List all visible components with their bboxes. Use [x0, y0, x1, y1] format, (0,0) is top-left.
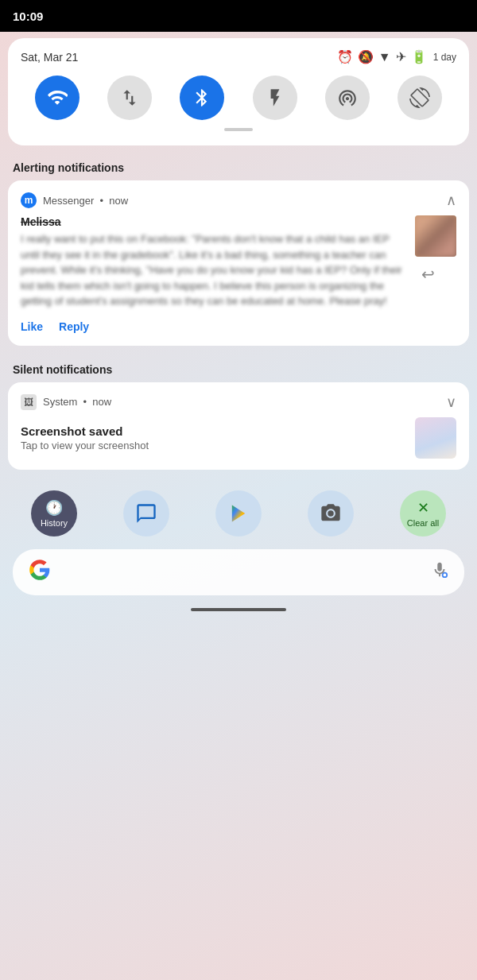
system-notif-text: Screenshot saved Tap to view your screen…: [21, 424, 149, 451]
status-time: 10:09: [13, 10, 43, 23]
notif-header: m Messenger • now ∧: [21, 192, 456, 209]
status-bar: 10:09: [0, 0, 477, 32]
airplane-icon: ✈: [396, 49, 406, 64]
messages-button[interactable]: [123, 490, 169, 536]
qs-date: Sat, Mar 21: [21, 51, 78, 64]
screenshot-thumbnail: [415, 417, 456, 459]
notif-message: I really want to put this on Facebook: "…: [21, 231, 407, 309]
bottom-bar: 🕐 History: [0, 478, 477, 549]
reply-button[interactable]: Reply: [59, 319, 89, 335]
notif-actions: Like Reply: [21, 319, 456, 335]
qs-header: Sat, Mar 21 ⏰ 🔕 ▼ ✈ 🔋 1 day: [21, 49, 456, 64]
clear-all-button[interactable]: ✕ Clear all: [400, 490, 446, 536]
sender-avatar: [415, 215, 456, 257]
play-triangle-icon: [227, 502, 250, 525]
system-notif-body: Screenshot saved Tap to view your screen…: [21, 417, 456, 459]
notif-app-name: Messenger • now: [43, 195, 128, 207]
battery-text: 1 day: [433, 52, 456, 63]
svg-marker-0: [232, 505, 245, 521]
notif-text-area: Melissa I really want to put this on Fac…: [21, 215, 407, 309]
svg-point-2: [444, 574, 447, 577]
bluetooth-toggle[interactable]: [180, 76, 224, 120]
messages-icon: [135, 502, 157, 525]
wifi-status-icon: ▼: [378, 50, 391, 64]
messenger-app-icon: m: [21, 192, 37, 208]
history-icon: 🕐: [45, 499, 63, 517]
data-toggle[interactable]: [107, 76, 152, 120]
qs-toggles: [21, 76, 456, 120]
messenger-notification[interactable]: m Messenger • now ∧ Melissa I really wan…: [8, 180, 469, 346]
notif-body: Melissa I really want to put this on Fac…: [21, 215, 456, 309]
notif-expand-icon[interactable]: ∧: [446, 192, 456, 209]
hotspot-toggle[interactable]: [325, 76, 370, 120]
drag-handle: [224, 128, 253, 131]
home-indicator: [191, 608, 286, 611]
screenshot-saved-title: Screenshot saved: [21, 424, 149, 438]
history-button[interactable]: 🕐 History: [31, 490, 77, 536]
mute-icon: 🔕: [358, 49, 374, 64]
google-search-bar[interactable]: [13, 549, 464, 595]
system-notif-expand-icon[interactable]: ∨: [446, 393, 456, 411]
reply-icon[interactable]: ↩: [421, 265, 435, 284]
wifi-toggle[interactable]: [35, 76, 80, 120]
system-notif-header: 🖼 System • now ∨: [21, 393, 456, 411]
system-app-name: System • now: [43, 396, 111, 408]
flashlight-toggle[interactable]: [253, 76, 297, 120]
qs-status-icons: ⏰ 🔕 ▼ ✈ 🔋 1 day: [337, 49, 456, 64]
google-logo: [29, 559, 51, 586]
system-notification[interactable]: 🖼 System • now ∨ Screenshot saved Tap to…: [8, 382, 469, 470]
alerting-section-label: Alerting notifications: [0, 152, 477, 180]
notif-sender: Melissa: [21, 215, 407, 228]
google-mic-icon[interactable]: [431, 561, 448, 583]
system-app-icon: 🖼: [21, 394, 37, 410]
play-store-button[interactable]: [215, 490, 262, 536]
history-label: History: [41, 518, 68, 528]
auto-rotate-toggle[interactable]: [398, 76, 442, 120]
like-button[interactable]: Like: [21, 319, 43, 335]
screenshot-saved-subtitle: Tap to view your screenshot: [21, 440, 149, 451]
notif-app-info: m Messenger • now: [21, 192, 128, 208]
silent-section-label: Silent notifications: [0, 354, 477, 382]
clear-all-label: Clear all: [407, 518, 439, 528]
system-app-info: 🖼 System • now: [21, 394, 111, 410]
battery-icon: 🔋: [411, 49, 427, 64]
quick-settings-panel: Sat, Mar 21 ⏰ 🔕 ▼ ✈ 🔋 1 day: [8, 38, 469, 145]
alarm-icon: ⏰: [337, 49, 353, 64]
camera-button[interactable]: [308, 490, 354, 536]
camera-icon: [320, 502, 342, 525]
clear-all-icon: ✕: [417, 499, 429, 517]
